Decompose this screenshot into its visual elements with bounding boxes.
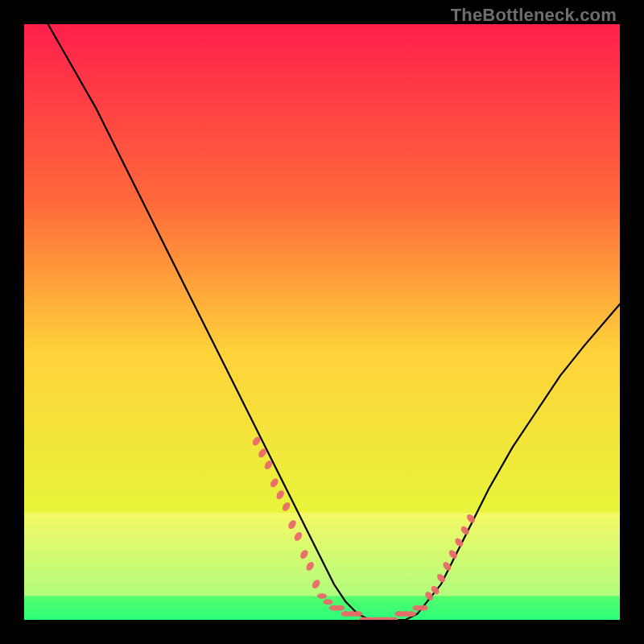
data-marker — [317, 593, 327, 599]
plot-frame — [24, 24, 620, 620]
highlight-band — [24, 513, 620, 597]
data-marker — [323, 599, 332, 605]
watermark-text: TheBottleneck.com — [451, 5, 617, 26]
bottleneck-chart — [24, 24, 620, 620]
data-marker — [407, 611, 416, 617]
data-marker — [335, 605, 345, 611]
data-marker — [419, 605, 428, 611]
data-marker — [353, 611, 362, 617]
